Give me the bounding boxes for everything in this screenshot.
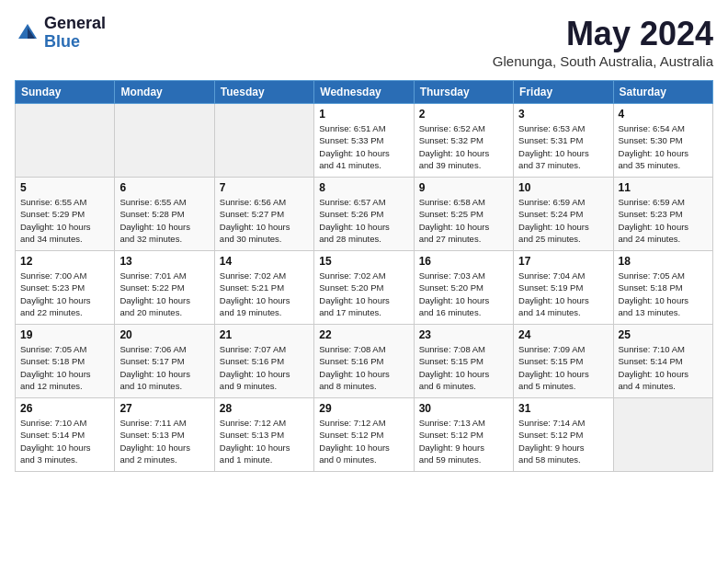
calendar-cell: 22Sunrise: 7:08 AMSunset: 5:16 PMDayligh…	[314, 325, 414, 398]
calendar-cell: 25Sunrise: 7:10 AMSunset: 5:14 PMDayligh…	[613, 325, 712, 398]
day-number: 14	[220, 255, 309, 268]
calendar-cell: 13Sunrise: 7:01 AMSunset: 5:22 PMDayligh…	[115, 251, 214, 325]
location-title: Glenunga, South Australia, Australia	[493, 53, 713, 69]
day-info: Sunrise: 6:52 AMSunset: 5:32 PMDaylight:…	[419, 122, 508, 171]
calendar-cell: 16Sunrise: 7:03 AMSunset: 5:20 PMDayligh…	[414, 251, 513, 325]
logo: General Blue	[15, 15, 106, 52]
day-number: 3	[518, 108, 608, 121]
day-number: 18	[619, 255, 708, 268]
weekday-header-thursday: Thursday	[414, 81, 513, 104]
day-number: 31	[518, 402, 608, 415]
calendar-week-5: 26Sunrise: 7:10 AMSunset: 5:14 PMDayligh…	[16, 398, 713, 472]
calendar-cell: 6Sunrise: 6:55 AMSunset: 5:28 PMDaylight…	[115, 178, 214, 251]
day-number: 2	[419, 108, 508, 121]
day-info: Sunrise: 6:59 AMSunset: 5:24 PMDaylight:…	[518, 196, 608, 245]
calendar-cell	[214, 104, 313, 178]
calendar-cell: 31Sunrise: 7:14 AMSunset: 5:12 PMDayligh…	[514, 398, 613, 472]
calendar-cell: 14Sunrise: 7:02 AMSunset: 5:21 PMDayligh…	[214, 251, 313, 325]
calendar-week-2: 5Sunrise: 6:55 AMSunset: 5:29 PMDaylight…	[16, 178, 713, 251]
calendar-cell: 10Sunrise: 6:59 AMSunset: 5:24 PMDayligh…	[514, 178, 613, 251]
day-info: Sunrise: 7:10 AMSunset: 5:14 PMDaylight:…	[619, 343, 708, 392]
day-number: 1	[319, 108, 408, 121]
day-info: Sunrise: 7:05 AMSunset: 5:18 PMDaylight:…	[619, 270, 708, 318]
day-info: Sunrise: 6:59 AMSunset: 5:23 PMDaylight:…	[619, 196, 708, 245]
calendar-cell: 5Sunrise: 6:55 AMSunset: 5:29 PMDaylight…	[16, 178, 115, 251]
calendar-cell: 28Sunrise: 7:12 AMSunset: 5:13 PMDayligh…	[214, 398, 313, 472]
calendar-week-1: 1Sunrise: 6:51 AMSunset: 5:33 PMDaylight…	[16, 104, 713, 178]
day-number: 30	[419, 402, 508, 415]
calendar-cell: 12Sunrise: 7:00 AMSunset: 5:23 PMDayligh…	[16, 251, 115, 325]
calendar-body: 1Sunrise: 6:51 AMSunset: 5:33 PMDaylight…	[16, 104, 713, 472]
day-number: 25	[619, 328, 708, 341]
day-info: Sunrise: 7:02 AMSunset: 5:21 PMDaylight:…	[220, 270, 309, 318]
calendar-week-4: 19Sunrise: 7:05 AMSunset: 5:18 PMDayligh…	[16, 325, 713, 398]
day-info: Sunrise: 7:01 AMSunset: 5:22 PMDaylight:…	[119, 270, 209, 318]
day-number: 16	[419, 255, 508, 268]
day-info: Sunrise: 6:54 AMSunset: 5:30 PMDaylight:…	[619, 122, 708, 171]
weekday-header-wednesday: Wednesday	[314, 81, 414, 104]
logo-text: General Blue	[44, 15, 106, 52]
day-number: 17	[518, 255, 608, 268]
day-number: 6	[119, 181, 209, 194]
day-info: Sunrise: 7:12 AMSunset: 5:13 PMDaylight:…	[220, 417, 309, 465]
calendar-cell: 29Sunrise: 7:12 AMSunset: 5:12 PMDayligh…	[314, 398, 414, 472]
day-number: 19	[20, 328, 109, 341]
day-info: Sunrise: 6:51 AMSunset: 5:33 PMDaylight:…	[319, 122, 408, 171]
calendar-week-3: 12Sunrise: 7:00 AMSunset: 5:23 PMDayligh…	[16, 251, 713, 325]
calendar-cell: 21Sunrise: 7:07 AMSunset: 5:16 PMDayligh…	[214, 325, 313, 398]
day-number: 8	[319, 181, 408, 194]
day-number: 28	[220, 402, 309, 415]
day-number: 9	[419, 181, 508, 194]
weekday-header-saturday: Saturday	[613, 81, 712, 104]
calendar-cell: 30Sunrise: 7:13 AMSunset: 5:12 PMDayligh…	[414, 398, 513, 472]
calendar-cell: 26Sunrise: 7:10 AMSunset: 5:14 PMDayligh…	[16, 398, 115, 472]
calendar-cell: 27Sunrise: 7:11 AMSunset: 5:13 PMDayligh…	[115, 398, 214, 472]
calendar-cell: 18Sunrise: 7:05 AMSunset: 5:18 PMDayligh…	[613, 251, 712, 325]
calendar-cell	[16, 104, 115, 178]
calendar-cell: 2Sunrise: 6:52 AMSunset: 5:32 PMDaylight…	[414, 104, 513, 178]
day-number: 27	[119, 402, 209, 415]
day-number: 24	[518, 328, 608, 341]
calendar-cell: 19Sunrise: 7:05 AMSunset: 5:18 PMDayligh…	[16, 325, 115, 398]
day-info: Sunrise: 7:03 AMSunset: 5:20 PMDaylight:…	[419, 270, 508, 318]
calendar-cell: 17Sunrise: 7:04 AMSunset: 5:19 PMDayligh…	[514, 251, 613, 325]
day-number: 29	[319, 402, 408, 415]
day-info: Sunrise: 7:06 AMSunset: 5:17 PMDaylight:…	[119, 343, 209, 392]
day-info: Sunrise: 7:12 AMSunset: 5:12 PMDaylight:…	[319, 417, 408, 465]
day-number: 15	[319, 255, 408, 268]
weekday-header-tuesday: Tuesday	[214, 81, 313, 104]
day-number: 26	[20, 402, 109, 415]
day-info: Sunrise: 7:08 AMSunset: 5:16 PMDaylight:…	[319, 343, 408, 392]
day-number: 22	[319, 328, 408, 341]
day-info: Sunrise: 7:09 AMSunset: 5:15 PMDaylight:…	[518, 343, 608, 392]
calendar-cell: 8Sunrise: 6:57 AMSunset: 5:26 PMDaylight…	[314, 178, 414, 251]
calendar-cell: 23Sunrise: 7:08 AMSunset: 5:15 PMDayligh…	[414, 325, 513, 398]
day-info: Sunrise: 7:10 AMSunset: 5:14 PMDaylight:…	[20, 417, 109, 465]
day-info: Sunrise: 7:08 AMSunset: 5:15 PMDaylight:…	[419, 343, 508, 392]
day-number: 20	[119, 328, 209, 341]
day-number: 7	[220, 181, 309, 194]
day-number: 23	[419, 328, 508, 341]
day-info: Sunrise: 7:14 AMSunset: 5:12 PMDaylight:…	[518, 417, 608, 465]
day-info: Sunrise: 7:07 AMSunset: 5:16 PMDaylight:…	[220, 343, 309, 392]
day-info: Sunrise: 7:00 AMSunset: 5:23 PMDaylight:…	[20, 270, 109, 318]
logo-icon	[15, 20, 40, 46]
calendar-cell: 11Sunrise: 6:59 AMSunset: 5:23 PMDayligh…	[613, 178, 712, 251]
calendar-header: SundayMondayTuesdayWednesdayThursdayFrid…	[16, 81, 713, 104]
calendar-cell: 4Sunrise: 6:54 AMSunset: 5:30 PMDaylight…	[613, 104, 712, 178]
weekday-header-friday: Friday	[514, 81, 613, 104]
logo-blue: Blue	[44, 33, 106, 52]
weekday-row: SundayMondayTuesdayWednesdayThursdayFrid…	[16, 81, 713, 104]
day-number: 5	[20, 181, 109, 194]
day-info: Sunrise: 7:13 AMSunset: 5:12 PMDaylight:…	[419, 417, 508, 465]
day-number: 13	[119, 255, 209, 268]
day-info: Sunrise: 7:11 AMSunset: 5:13 PMDaylight:…	[119, 417, 209, 465]
calendar-cell: 15Sunrise: 7:02 AMSunset: 5:20 PMDayligh…	[314, 251, 414, 325]
calendar-cell	[613, 398, 712, 472]
weekday-header-monday: Monday	[115, 81, 214, 104]
day-number: 10	[518, 181, 608, 194]
day-info: Sunrise: 6:58 AMSunset: 5:25 PMDaylight:…	[419, 196, 508, 245]
day-number: 4	[619, 108, 708, 121]
day-number: 21	[220, 328, 309, 341]
calendar-cell: 1Sunrise: 6:51 AMSunset: 5:33 PMDaylight…	[314, 104, 414, 178]
